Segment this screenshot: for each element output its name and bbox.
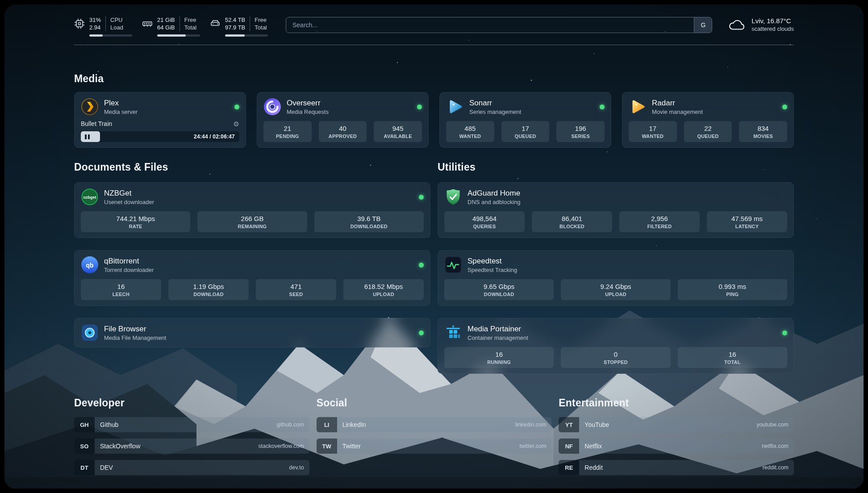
bookmark-group-social: Social LI LinkedIn linkedin.com TW Twitt…	[317, 397, 552, 481]
app-desc: Speedtest Tracking	[467, 267, 517, 273]
stat-wanted: 485 WANTED	[446, 121, 494, 142]
status-dot-online	[234, 104, 239, 109]
speedtest-icon	[444, 256, 462, 274]
status-dot-online	[417, 104, 422, 109]
bookmark-url: youtube.com	[756, 422, 789, 428]
bookmark-name: DEV	[100, 464, 113, 471]
stat-movies: 834 MOVIES	[739, 121, 787, 142]
app-desc: Media File Management	[104, 334, 166, 341]
search-bar: G	[286, 17, 712, 33]
app-desc: Media Requests	[287, 109, 329, 115]
bookmark-abbr: SO	[74, 439, 95, 454]
section-title-developer: Developer	[74, 397, 309, 409]
cpu-percent: 31%	[89, 16, 101, 24]
status-dot-online	[419, 195, 424, 200]
svg-text:qb: qb	[86, 262, 93, 269]
status-dot-online	[419, 330, 424, 335]
section-title-social: Social	[317, 397, 552, 409]
bookmark-abbr: LI	[317, 417, 337, 432]
app-name: qBittorrent	[104, 257, 154, 266]
app-card-radarr[interactable]: Radarr Movie management 17 WANTED 22 QUE…	[622, 92, 794, 148]
bookmark-name: StackOverflow	[100, 443, 140, 450]
settings-gear-icon[interactable]: ⚙	[234, 121, 239, 127]
memory-progress-fill	[157, 34, 186, 37]
status-dot-online	[419, 263, 424, 267]
top-bar: 31% 2.94 CPU Load	[74, 16, 794, 37]
app-desc: Series management	[469, 109, 521, 115]
bookmark-twitter[interactable]: TW Twitter twitter.com	[317, 439, 552, 454]
bookmark-abbr: TW	[317, 439, 337, 454]
disk-progress-bar	[225, 34, 268, 37]
bookmark-reddit[interactable]: RE Reddit reddit.com	[559, 460, 794, 475]
section-title-utilities: Utilities	[438, 161, 794, 173]
stat-total: 16 TOTAL	[678, 347, 787, 368]
nzbget-icon: nzbget	[81, 188, 99, 206]
memory-free-label: Free	[184, 16, 196, 24]
search-provider-button[interactable]: G	[694, 17, 712, 33]
overseerr-icon	[263, 98, 281, 116]
bookmark-name: Github	[100, 421, 118, 428]
playback-progress-bar[interactable]: 24:44 / 02:06:47	[81, 131, 239, 142]
stat-upload: 9.24 Gbps UPLOAD	[561, 279, 670, 300]
bookmark-netflix[interactable]: NF Netflix netflix.com	[559, 439, 794, 454]
cpu-widget: 31% 2.94 CPU Load	[74, 16, 132, 37]
header-divider	[74, 45, 794, 45]
portainer-icon	[444, 324, 462, 342]
stat-blocked: 86,401 BLOCKED	[532, 211, 612, 232]
bookmark-abbr: GH	[74, 417, 95, 432]
bookmark-github[interactable]: GH Github github.com	[74, 417, 309, 432]
app-card-plex[interactable]: Plex Media server Bullet Train ⚙ 24:44 /…	[74, 92, 246, 148]
stat-latency: 47.569 ms LATENCY	[707, 211, 787, 232]
cpu-load: 2.94	[89, 24, 100, 31]
disk-icon	[210, 18, 221, 29]
stat-rate: 744.21 Mbps RATE	[81, 211, 190, 232]
bookmark-abbr: NF	[559, 439, 579, 454]
cpu-sublabel: Load	[110, 24, 123, 31]
stat-queued: 17 QUEUED	[501, 121, 550, 142]
app-desc: Movie management	[652, 109, 703, 115]
app-card-speedtest[interactable]: Speedtest Speedtest Tracking 9.65 Gbps D…	[438, 250, 794, 306]
app-card-adguard[interactable]: AdGuard Home DNS and adblocking 498,564 …	[438, 182, 794, 238]
pause-icon[interactable]	[85, 134, 90, 139]
memory-progress-bar	[157, 34, 200, 37]
app-card-filebrowser[interactable]: File Browser Media File Management	[74, 318, 430, 347]
stat-downloaded: 39.6 TB DOWNLOADED	[314, 211, 424, 232]
app-name: Plex	[104, 99, 138, 108]
stat-download: 1.19 Gbps DOWNLOAD	[168, 279, 249, 300]
app-card-portainer[interactable]: Media Portainer Container management 16 …	[438, 318, 794, 374]
bookmark-linkedin[interactable]: LI LinkedIn linkedin.com	[317, 417, 552, 432]
section-documents: Documents & Files nzbget NZBGet	[74, 161, 430, 374]
app-name: Sonarr	[469, 99, 521, 108]
app-desc: Container management	[467, 334, 528, 341]
bookmark-name: Twitter	[342, 443, 361, 450]
app-name: File Browser	[104, 325, 166, 334]
disk-total: 97.9 TB	[225, 24, 245, 31]
bookmark-group-entertainment: Entertainment YT YouTube youtube.com NF …	[559, 397, 794, 481]
app-card-nzbget[interactable]: nzbget NZBGet Usenet downloader 744.21 M…	[74, 182, 430, 238]
dashboard-window: 31% 2.94 CPU Load	[4, 4, 864, 489]
cpu-icon	[74, 18, 85, 29]
bookmark-youtube[interactable]: YT YouTube youtube.com	[559, 417, 794, 432]
bookmark-url: dev.to	[289, 464, 304, 471]
bookmark-name: Netflix	[584, 443, 602, 450]
app-card-overseerr[interactable]: Overseerr Media Requests 21 PENDING 40 A…	[257, 92, 429, 148]
disk-free: 52.4 TB	[225, 16, 245, 24]
bookmark-url: stackoverflow.com	[259, 443, 304, 449]
app-name: Media Portainer	[467, 325, 528, 334]
app-name: Speedtest	[467, 257, 517, 266]
search-input[interactable]	[286, 17, 694, 33]
app-card-qbittorrent[interactable]: qb qBittorrent Torrent downloader 16 LEE…	[74, 250, 430, 306]
app-card-sonarr[interactable]: Sonarr Series management 485 WANTED 17 Q…	[439, 92, 611, 148]
app-desc: Torrent downloader	[104, 267, 154, 273]
bookmark-name: LinkedIn	[342, 421, 366, 428]
cpu-label: CPU	[110, 16, 123, 24]
stat-available: 945 AVAILABLE	[374, 121, 422, 142]
memory-icon	[142, 18, 153, 29]
radarr-icon	[629, 98, 647, 116]
bookmark-url: twitter.com	[520, 443, 547, 449]
bookmark-stackoverflow[interactable]: SO StackOverflow stackoverflow.com	[74, 439, 309, 454]
memory-total-label: Total	[184, 24, 196, 31]
bookmark-dev[interactable]: DT DEV dev.to	[74, 460, 309, 475]
cpu-progress-bar	[89, 34, 132, 37]
disk-free-label: Free	[255, 16, 267, 24]
